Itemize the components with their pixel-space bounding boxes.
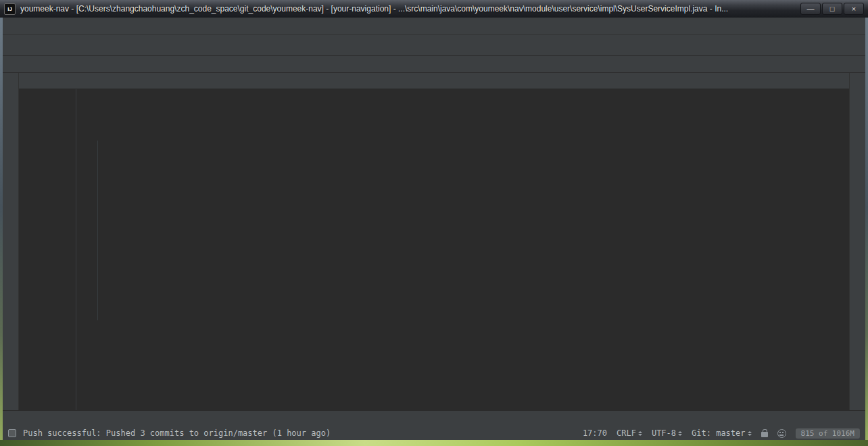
main-toolbar	[3, 35, 865, 56]
code-area[interactable]	[19, 89, 849, 410]
caret-position[interactable]: 17:70	[583, 428, 607, 438]
left-toolwindow-stripe	[3, 73, 19, 410]
encoding-selector[interactable]: UTF-8	[652, 428, 682, 438]
indent-guide	[97, 141, 98, 320]
app-logo-icon: IJ	[4, 3, 16, 15]
main-area	[3, 73, 865, 410]
minimize-button[interactable]: —	[800, 3, 821, 15]
gutter-separator	[76, 89, 76, 410]
toolwindow-toggle-icon[interactable]	[8, 429, 16, 437]
updown-icon	[748, 431, 752, 436]
readonly-lock-icon[interactable]	[761, 432, 768, 437]
window-title: youmeek-nav - [C:\Users\zhangchaohuang\z…	[20, 4, 792, 14]
ide-window: IJ youmeek-nav - [C:\Users\zhangchaohuan…	[0, 0, 868, 446]
close-button[interactable]: ×	[844, 3, 864, 15]
line-ending-selector[interactable]: CRLF	[617, 428, 642, 438]
window-frame-bottom	[0, 440, 868, 446]
updown-icon	[678, 431, 682, 436]
git-branch-selector[interactable]: Git: master	[692, 428, 751, 438]
highlighting-level-icon[interactable]	[777, 429, 786, 438]
editor-tabs	[19, 73, 849, 89]
breadcrumb	[3, 56, 865, 73]
window-frame-right	[865, 18, 868, 440]
memory-indicator[interactable]: 815 of 1016M	[796, 428, 860, 439]
bottom-toolwindow-bar	[3, 410, 865, 426]
title-bar: IJ youmeek-nav - [C:\Users\zhangchaohuan…	[0, 0, 868, 18]
status-message[interactable]: Push successful: Pushed 3 commits to ori…	[23, 428, 331, 438]
maximize-button[interactable]: □	[822, 3, 842, 15]
status-bar: Push successful: Pushed 3 commits to ori…	[3, 426, 865, 440]
right-toolwindow-stripe	[849, 73, 865, 410]
updown-icon	[638, 431, 642, 436]
menu-bar	[3, 18, 865, 35]
editor	[19, 73, 849, 410]
